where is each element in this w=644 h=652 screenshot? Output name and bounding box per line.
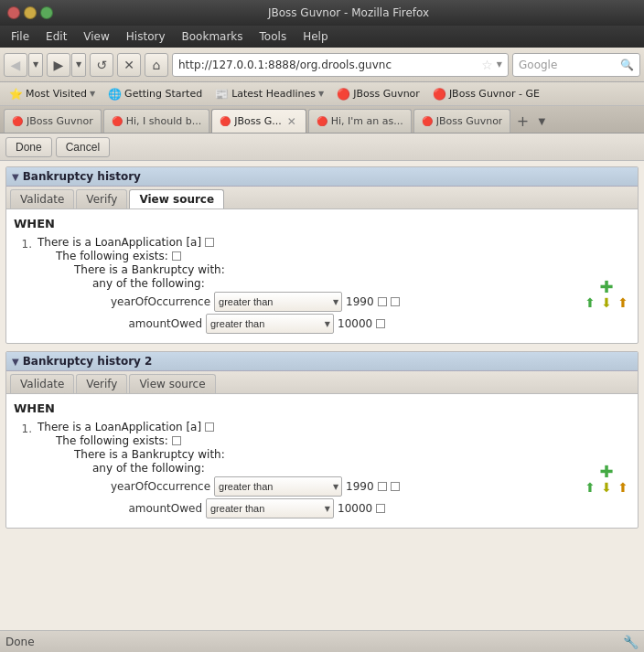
tab-jboss-g[interactable]: 🔴 JBoss G... ✕ xyxy=(211,109,306,133)
operator-select-wrapper-2-1: greater than less than equal to not equa… xyxy=(214,476,342,497)
attr-checkbox-1-2[interactable] xyxy=(376,319,385,328)
section-body-2: WHEN 1. There is a LoanApplication [a] T… xyxy=(6,394,638,528)
sub-tab-viewsource-1[interactable]: View source xyxy=(129,189,224,208)
attr-checkbox-2-2[interactable] xyxy=(376,504,385,513)
rule-num-2: 1. xyxy=(14,421,32,435)
home-button[interactable]: ⌂ xyxy=(145,53,168,77)
tab-jboss-guvnor-5[interactable]: 🔴 JBoss Guvnor xyxy=(413,109,511,133)
sub-tab-verify-2[interactable]: Verify xyxy=(76,374,127,393)
add-condition-button-2[interactable]: ✚ xyxy=(599,464,613,480)
new-tab-button[interactable]: + xyxy=(512,111,532,131)
sub-condition-text-1: The following exists: xyxy=(56,250,168,262)
cancel-button[interactable]: Cancel xyxy=(56,137,110,157)
search-bar[interactable]: Google 🔍 xyxy=(512,53,640,77)
arrow-up-orange-2[interactable]: ⬆ xyxy=(616,480,630,495)
section-expand-icon-2[interactable]: ▼ xyxy=(12,357,19,367)
bookmark-jboss-guvnor-ge[interactable]: 🔴 JBoss Guvnor - GE xyxy=(427,86,545,102)
menu-help[interactable]: Help xyxy=(295,28,335,45)
address-dropdown[interactable]: ▼ xyxy=(497,60,502,69)
forward-dropdown[interactable]: ▼ xyxy=(71,53,86,77)
search-icon[interactable]: 🔍 xyxy=(620,59,634,71)
attr-checkbox-1-1b[interactable] xyxy=(391,297,400,306)
back-dropdown[interactable]: ▼ xyxy=(28,53,43,77)
tab-close-button[interactable]: ✕ xyxy=(285,115,298,128)
tab-favicon: 🔴 xyxy=(317,116,327,126)
any-label-text-1: any of the following: xyxy=(92,277,205,290)
section-expand-icon[interactable]: ▼ xyxy=(12,172,19,182)
attr-checkbox-2-1[interactable] xyxy=(378,482,387,491)
sub-condition-checkbox-1[interactable] xyxy=(172,251,181,261)
tab-jboss-guvnor-1[interactable]: 🔴 JBoss Guvnor xyxy=(4,109,102,133)
bookmark-most-visited[interactable]: ⭐ Most Visited ▼ xyxy=(4,86,101,102)
operator-select-1-2[interactable]: greater than less than equal to not equa… xyxy=(206,314,334,334)
forward-button[interactable]: ▶ xyxy=(47,53,70,77)
address-bar[interactable]: http://127.0.0.1:8888/org.drools.guvnc ☆… xyxy=(172,53,509,77)
attr-name-1-2: amountOwed xyxy=(111,317,202,330)
sub-tab-validate-2[interactable]: Validate xyxy=(10,374,74,393)
window-controls[interactable] xyxy=(7,6,53,19)
arrow-down-yellow-1[interactable]: ⬇ xyxy=(599,295,614,310)
operator-select-1-1[interactable]: greater than less than equal to not equa… xyxy=(214,292,342,312)
attr-checkbox-2-1b[interactable] xyxy=(391,482,400,491)
any-label-wrapper-2: any of the following: yearOfOccurrence g… xyxy=(74,462,630,520)
tab-label: Hi, I'm an as... xyxy=(331,115,403,127)
arrow-down-yellow-2[interactable]: ⬇ xyxy=(599,480,614,495)
arrow-buttons-2: ⬆ ⬇ ⬆ xyxy=(583,480,630,495)
condition-text-2: There is a LoanApplication [a] xyxy=(38,421,201,433)
attr-name-2-1: yearOfOccurrence xyxy=(111,480,210,493)
operator-select-2-2[interactable]: greater than less than equal to not equa… xyxy=(206,498,334,518)
bookmark-label: Getting Started xyxy=(124,88,202,100)
arrow-up-orange-1[interactable]: ⬆ xyxy=(616,295,630,310)
sub-condition-checkbox-2[interactable] xyxy=(172,436,181,445)
tab-hi-should[interactable]: 🔴 Hi, I should b... xyxy=(103,109,209,133)
tab-overflow-button[interactable]: ▼ xyxy=(534,111,549,131)
minimize-button[interactable] xyxy=(24,6,37,19)
menu-view[interactable]: View xyxy=(76,28,116,45)
section-body-1: WHEN 1. There is a LoanApplication [a] T… xyxy=(6,209,638,343)
stop-button[interactable]: ✕ xyxy=(117,53,141,77)
menu-file[interactable]: File xyxy=(4,28,37,45)
menu-tools[interactable]: Tools xyxy=(252,28,295,45)
condition-checkbox-2[interactable] xyxy=(205,422,214,432)
arrow-up-green-1[interactable]: ⬆ xyxy=(583,295,597,310)
back-button[interactable]: ◀ xyxy=(4,53,27,77)
attr-row-1-1: yearOfOccurrence greater than less than … xyxy=(92,292,577,312)
sub-sub-2: There is a Bankruptcy with: xyxy=(74,448,630,461)
star-icon[interactable]: ☆ xyxy=(481,58,493,72)
section-title-1: Bankruptcy history xyxy=(23,170,141,183)
condition-text-1: There is a LoanApplication [a] xyxy=(38,236,201,249)
done-button[interactable]: Done xyxy=(5,137,52,157)
tab-label: JBoss Guvnor xyxy=(27,115,93,127)
attr-checkbox-1-1[interactable] xyxy=(378,297,387,306)
sub-tab-verify-1[interactable]: Verify xyxy=(76,189,127,208)
titlebar: JBoss Guvnor - Mozilla Firefox xyxy=(0,0,644,26)
menu-bookmarks[interactable]: Bookmarks xyxy=(175,28,251,45)
add-condition-button-1[interactable]: ✚ xyxy=(599,279,613,295)
sub-tabs-2: Validate Verify View source xyxy=(6,371,638,394)
main-condition-1: There is a LoanApplication [a] xyxy=(38,236,630,249)
address-text: http://127.0.0.1:8888/org.drools.guvnc xyxy=(178,59,478,71)
close-button[interactable] xyxy=(7,6,20,19)
operator-select-2-1[interactable]: greater than less than equal to not equa… xyxy=(214,476,342,497)
bookmark-getting-started[interactable]: 🌐 Getting Started xyxy=(102,86,208,102)
condition-checkbox-1[interactable] xyxy=(205,238,214,247)
bookmark-jboss-guvnor[interactable]: 🔴 JBoss Guvnor xyxy=(331,86,425,102)
maximize-button[interactable] xyxy=(40,6,53,19)
arrow-up-green-2[interactable]: ⬆ xyxy=(583,480,597,495)
any-label-2: any of the following: xyxy=(92,462,577,475)
tab-hi-am[interactable]: 🔴 Hi, I'm an as... xyxy=(308,109,412,133)
menu-history[interactable]: History xyxy=(119,28,173,45)
sub-sub-wrapper-1: There is a Bankruptcy with: any of the f… xyxy=(56,263,630,336)
sub-tab-validate-1[interactable]: Validate xyxy=(10,189,74,208)
bookmark-label: JBoss Guvnor - GE xyxy=(449,88,540,100)
attr-row-2-2: amountOwed greater than less than equal … xyxy=(92,498,577,518)
bookmark-icon: ⭐ xyxy=(9,88,23,101)
sub-tab-viewsource-2[interactable]: View source xyxy=(129,374,215,393)
section-header-2: ▼ Bankruptcy history 2 xyxy=(6,352,638,371)
menu-edit[interactable]: Edit xyxy=(38,28,74,45)
bookmark-latest-headlines[interactable]: 📰 Latest Headlines ▼ xyxy=(209,86,329,102)
reload-button[interactable]: ↺ xyxy=(90,53,113,77)
when-label-1: WHEN xyxy=(14,215,630,232)
main-condition-2: There is a LoanApplication [a] xyxy=(38,421,630,433)
attr-row-1-2: amountOwed greater than less than equal … xyxy=(92,314,577,334)
